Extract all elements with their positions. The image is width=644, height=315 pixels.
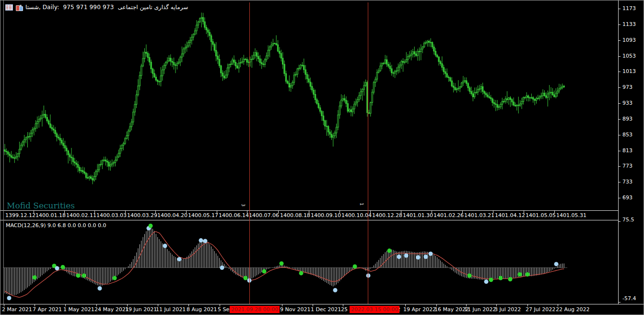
persian-date-label: 1400.10.04 [341,212,372,218]
date-label: 19 Jun 2021 [125,306,157,313]
persian-date-label: 1401.04.12 [495,212,525,218]
price-tick-label: 773 [622,163,632,169]
date-label: 24 May 2021 [94,306,129,313]
date-label: 7 Apr 2021 [33,306,62,313]
chart-title: شستا, Daily: 975 971 990 973 سرمایه گذار… [25,4,188,11]
date-label: 11 Jun 2022 [464,306,496,313]
broker-watermark: Mofid Securities [7,201,75,210]
price-chart[interactable]: شستا, Daily: 975 971 990 973 سرمایه گذار… [0,0,618,210]
time-axis[interactable]: 2 Mar 20217 Apr 20211 May 202124 May 202… [0,304,644,315]
persian-date-label: 1400.02.11 [66,212,96,218]
persian-date-label: 1400.12.28 [372,212,402,218]
date-label: 16 May 2022 [434,306,469,313]
chart-title-bar: شستا, Daily: 975 971 990 973 سرمایه گذار… [5,4,188,11]
vertical-line-name: 1 [359,203,364,206]
persian-date-label: 1401.05.31 [556,212,586,218]
price-tick-label: 1173 [622,5,636,12]
window-left-border [3,0,4,304]
price-tick-label: 693 [622,194,632,201]
date-label: 1 May 2021 [63,306,94,313]
macd-signal-dots [7,224,559,300]
date-label: 19 Apr 2022 [403,306,436,313]
persian-date-label: 1401.03.21 [464,212,494,218]
date-label: 11 Jul 2021 [156,306,186,313]
macd-scale-min: -57.4 [622,295,636,302]
price-scale[interactable]: 75.5 -57.4 11731133109310531013973933893… [618,0,644,304]
chart-shift-icon[interactable] [16,5,23,10]
macd-signal-line [5,232,564,298]
persian-date-label: 1400.05.17 [188,212,218,218]
price-tick-label: 1093 [622,37,636,43]
vertical-line-name: 3 [241,204,246,206]
company-name: سرمایه گذاری تامین اجتماعی [118,4,188,11]
persian-date-label: 1400.01.18 [35,212,66,218]
vertical-event-line[interactable] [368,2,368,304]
symbol-name: شستا [25,4,39,11]
date-label: 9 Nov 2021 [280,306,310,313]
quotes-list-icon[interactable] [5,4,13,11]
vertical-event-line[interactable] [249,2,250,304]
persian-date-label: 1400.09.10 [311,212,341,218]
persian-date-label: 1401.01.30 [403,212,433,218]
date-label: 2 Mar 2021 [2,306,32,313]
date-label: 22 Aug 2022 [556,306,589,313]
date-label: 3 Jul 2022 [494,306,521,313]
price-tick-label: 1013 [622,68,636,74]
date-label: 1 Dec 2021 [311,306,341,313]
persian-date-label: 1401.02.26 [433,212,464,218]
candlestick-series [0,0,618,210]
date-label: 8 Aug 2021 [187,306,217,313]
persian-date-label: 1400.04.20 [157,212,187,218]
price-tick-label: 733 [622,179,632,185]
persian-date-label: 1400.06.14 [219,212,249,218]
price-tick-label: 933 [622,100,632,106]
persian-date-label: 1399.12.12 [5,212,35,218]
price-tick-label: 813 [622,147,632,154]
metatrader-chart-window: شستا, Daily: 975 971 990 973 سرمایه گذار… [0,0,644,315]
price-tick-label: 853 [622,132,632,138]
persian-date-axis[interactable]: 1399.12.121400.01.181400.02.111400.03.03… [0,210,618,220]
event-time-label: 2021.09.28 00:00 [230,306,280,313]
price-tick-label: 893 [622,116,632,122]
price-tick-label: 973 [622,84,632,90]
macd-panel[interactable]: MACD(12,26,9) 9.0 6.8 0.0 0.0 0.0 0.0 [0,220,618,304]
macd-indicator-label: MACD(12,26,9) 9.0 6.8 0.0 0.0 0.0 0.0 [6,222,106,229]
persian-date-label: 1400.03.29 [127,212,157,218]
price-tick-label: 1053 [622,53,636,59]
price-tick-label: 1133 [622,21,636,27]
event-time-label: 2022.03.15 00:00 [350,306,399,313]
persian-date-label: 1401.05.05 [526,212,556,218]
persian-date-label: 1400.03.03 [96,212,127,218]
macd-plot [0,220,618,304]
date-label: 27 Jul 2022 [526,306,555,313]
macd-histogram [5,227,564,295]
macd-scale-max: 75.5 [622,217,634,223]
persian-date-label: 1400.08.18 [280,212,310,218]
timeframe-ohlc: , Daily: 975 971 990 973 [39,4,117,11]
persian-date-label: 1400.07.06 [249,212,279,218]
